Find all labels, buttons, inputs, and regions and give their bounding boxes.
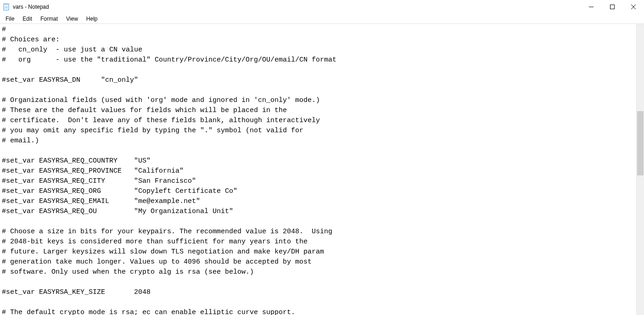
minimize-icon bbox=[589, 5, 594, 9]
svg-rect-6 bbox=[610, 5, 615, 9]
menu-help[interactable]: Help bbox=[83, 15, 101, 23]
maximize-icon bbox=[610, 5, 615, 9]
svg-rect-1 bbox=[4, 4, 9, 5]
menu-view[interactable]: View bbox=[62, 15, 82, 23]
window-title: vars - Notepad bbox=[13, 4, 49, 10]
menu-bar: File Edit Format View Help bbox=[0, 14, 644, 24]
window-controls bbox=[581, 0, 644, 14]
menu-format[interactable]: Format bbox=[37, 15, 62, 23]
editor-content[interactable]: # # Choices are: # cn_only - use just a … bbox=[0, 24, 636, 315]
close-button[interactable] bbox=[623, 0, 644, 14]
minimize-button[interactable] bbox=[581, 0, 602, 14]
maximize-button[interactable] bbox=[602, 0, 623, 14]
title-bar: vars - Notepad bbox=[0, 0, 644, 14]
notepad-icon bbox=[3, 3, 10, 11]
close-icon bbox=[631, 5, 636, 9]
editor-area: # # Choices are: # cn_only - use just a … bbox=[0, 24, 644, 315]
scrollbar-thumb[interactable] bbox=[637, 111, 644, 175]
vertical-scrollbar[interactable] bbox=[636, 24, 644, 315]
title-left: vars - Notepad bbox=[3, 3, 49, 11]
menu-file[interactable]: File bbox=[2, 15, 18, 23]
menu-edit[interactable]: Edit bbox=[19, 15, 36, 23]
